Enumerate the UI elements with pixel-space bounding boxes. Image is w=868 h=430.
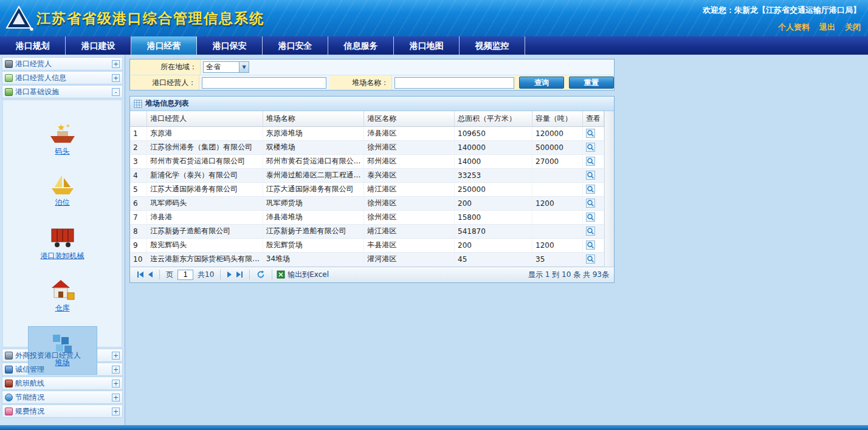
table-row[interactable]: 3 邳州市黄石货运港口有限公司 邳州市黄石货运港口有限公... 邳州港区 140…: [130, 154, 604, 168]
view-magnifier-icon[interactable]: [586, 254, 595, 264]
table-row[interactable]: 1 东原港 东原港堆场 沛县港区 109650 120000: [130, 126, 604, 140]
sidebar-item-port-infrastructure[interactable]: 港口基础设施 -: [2, 85, 123, 98]
view-magnifier-icon[interactable]: [586, 129, 595, 138]
table-row[interactable]: 4 新浦化学（泰兴）有限公司 泰州港过船港区二期工程通... 泰兴港区 3325…: [130, 168, 604, 182]
sidebar-item-label: 节能情况: [15, 392, 44, 403]
view-magnifier-icon[interactable]: [586, 157, 595, 166]
col-yard[interactable]: 堆场名称: [263, 111, 363, 126]
app-header: 江苏省省级港口综合管理信息系统 欢迎您：朱新龙【江苏省交通运输厅港口局】 个人资…: [0, 0, 868, 36]
cell-capacity: 27000: [532, 154, 583, 168]
refresh-button[interactable]: [254, 270, 267, 279]
facility-item-machinery[interactable]: 港口装卸机械: [29, 220, 97, 265]
view-magnifier-icon[interactable]: [586, 227, 595, 236]
operator-input[interactable]: [202, 77, 326, 89]
facility-item-warehouse[interactable]: 仓库: [38, 274, 88, 318]
info-icon: [5, 74, 13, 82]
window-footer-bar: [0, 425, 868, 430]
sidebar-item-label: 外商投资港口经营人: [15, 350, 81, 361]
expand-toggle[interactable]: +: [112, 366, 120, 374]
col-operator[interactable]: 港口经营人: [147, 111, 263, 126]
tab-video-monitoring[interactable]: 视频监控: [460, 36, 525, 55]
view-magnifier-icon[interactable]: [586, 241, 595, 250]
tab-port-safety[interactable]: 港口安全: [263, 36, 328, 55]
foreign-investor-icon: [5, 352, 13, 360]
table-vertical-scrollbar[interactable]: [604, 111, 614, 267]
view-magnifier-icon[interactable]: [586, 185, 595, 194]
expand-toggle[interactable]: +: [112, 74, 120, 82]
sidebar-item-port-operators[interactable]: 港口经营人 +: [2, 57, 123, 70]
pager-divider: [249, 270, 250, 279]
expand-toggle[interactable]: +: [112, 380, 120, 387]
tab-port-operation[interactable]: 港口经营: [131, 36, 197, 55]
table-row[interactable]: 7 沛县港 沛县港堆场 徐州港区 15800: [130, 210, 604, 224]
table-row[interactable]: 6 巩军师码头 巩军师货场 徐州港区 200 1200: [130, 196, 604, 210]
tab-port-security[interactable]: 港口保安: [197, 36, 263, 55]
sidebar-item-fees[interactable]: 规费情况 +: [2, 404, 123, 418]
fees-icon: [5, 408, 13, 415]
prev-page-button[interactable]: [146, 271, 155, 278]
svg-text:★: ★: [57, 122, 65, 133]
table-row[interactable]: 5 江苏大通国际港务有限公司 江苏大通国际港务有限公司 靖江港区 250000: [130, 182, 604, 196]
col-area[interactable]: 总面积（平方米）: [455, 111, 532, 126]
expand-toggle[interactable]: +: [112, 394, 120, 401]
cell-view: [583, 238, 604, 252]
facility-item-dock[interactable]: ★ ★ 码头: [36, 116, 89, 161]
cell-yard: 江苏新扬子造船有限公司: [263, 224, 363, 238]
table-row[interactable]: 9 殷宪辉码头 殷宪辉货场 丰县港区 200 1200: [130, 238, 604, 252]
search-row-region: 所在地域： 全省 ▼: [130, 60, 614, 75]
first-page-button[interactable]: [135, 271, 146, 278]
expand-toggle[interactable]: +: [112, 352, 120, 360]
close-link[interactable]: 关闭: [845, 22, 861, 33]
chevron-down-icon[interactable]: ▼: [239, 62, 249, 72]
cell-view: [583, 154, 604, 168]
cell-operator: 殷宪辉码头: [147, 238, 263, 252]
sidebar-item-label: 港口经营人: [15, 59, 52, 69]
yard-name-input[interactable]: [394, 77, 514, 89]
cell-district: 徐州港区: [364, 140, 455, 154]
profile-link[interactable]: 个人资料: [778, 22, 810, 33]
panel-title: 堆场信息列表: [145, 98, 189, 109]
page-label: 页: [166, 270, 173, 280]
cell-capacity: [532, 168, 583, 182]
col-district[interactable]: 港区名称: [364, 111, 455, 126]
export-excel-label: 输出到Excel: [288, 270, 329, 280]
sidebar-item-port-operator-info[interactable]: 港口经营人信息 +: [2, 71, 123, 84]
col-capacity[interactable]: 容量（吨）: [532, 111, 583, 126]
collapse-toggle[interactable]: -: [112, 88, 120, 96]
region-select[interactable]: 全省 ▼: [203, 61, 249, 73]
tab-port-construction[interactable]: 港口建设: [66, 36, 131, 55]
tab-port-map[interactable]: 港口地图: [394, 36, 460, 55]
page-input[interactable]: [177, 270, 193, 280]
yard-name-label: 堆场名称：: [330, 75, 392, 90]
expand-toggle[interactable]: +: [112, 408, 120, 415]
table-row[interactable]: 2 江苏徐州港务（集团）有限公司 双楼堆场 徐州港区 140000 500000: [130, 140, 604, 154]
row-number: 4: [130, 168, 147, 182]
view-magnifier-icon[interactable]: [586, 143, 595, 152]
view-magnifier-icon[interactable]: [586, 171, 595, 180]
cell-operator: 江苏大通国际港务有限公司: [147, 182, 263, 196]
routes-icon: [5, 380, 13, 387]
tab-port-planning[interactable]: 港口规划: [0, 36, 66, 55]
berth-boat-icon: [50, 174, 75, 196]
monitor-icon: [5, 60, 13, 68]
sidebar-item-flight-routes[interactable]: 航班航线 +: [2, 377, 123, 390]
page-title: 江苏省省级港口综合管理信息系统: [36, 9, 264, 28]
tab-information-service[interactable]: 信息服务: [328, 36, 394, 55]
cell-yard: 东原港堆场: [263, 126, 363, 140]
sidebar-item-energy-saving[interactable]: 节能情况 +: [2, 391, 123, 404]
last-page-button[interactable]: [234, 271, 245, 278]
view-magnifier-icon[interactable]: [586, 199, 595, 208]
export-excel-button[interactable]: 输出到Excel: [277, 270, 329, 280]
facility-item-berth[interactable]: 泊位: [38, 169, 87, 212]
sidebar-item-foreign-invested-operators[interactable]: 外商投资港口经营人 +: [2, 349, 123, 362]
operator-label: 港口经营人：: [130, 75, 199, 90]
expand-toggle[interactable]: +: [112, 60, 120, 68]
view-magnifier-icon[interactable]: [586, 213, 595, 222]
next-page-button[interactable]: [225, 271, 234, 278]
table-row[interactable]: 8 江苏新扬子造船有限公司 江苏新扬子造船有限公司 靖江港区 541870: [130, 224, 604, 238]
logout-link[interactable]: 退出: [819, 22, 835, 33]
table-row[interactable]: 10 连云港新东方国际货柜码头有限... 34堆场 灌河港区 45 35: [130, 252, 604, 266]
total-pages-label: 共10: [198, 270, 214, 280]
query-button[interactable]: 查询: [519, 77, 564, 89]
reset-button[interactable]: 重置: [569, 77, 614, 89]
